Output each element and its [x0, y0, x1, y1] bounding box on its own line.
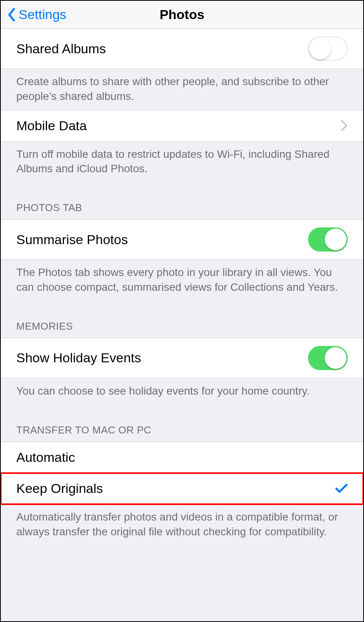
chevron-left-icon	[8, 8, 16, 21]
toggle-show-holiday-events[interactable]	[308, 346, 348, 370]
cell-summarise-photos: Summarise Photos	[1, 219, 363, 260]
toggle-knob	[325, 229, 347, 250]
toggle-shared-albums[interactable]	[308, 37, 348, 61]
chevron-right-icon	[341, 120, 348, 131]
cell-shared-albums: Shared Albums	[1, 29, 363, 69]
keep-originals-label: Keep Originals	[16, 481, 335, 496]
memories-footer: You can choose to see holiday events for…	[1, 378, 363, 405]
back-button[interactable]: Settings	[1, 7, 66, 22]
back-label: Settings	[19, 7, 66, 22]
checkmark-icon	[335, 483, 348, 493]
shared-albums-label: Shared Albums	[16, 41, 308, 56]
group-mobile-data: Mobile Data Turn off mobile data to rest…	[1, 110, 363, 183]
group-memories: MEMORIES Show Holiday Events You can cho…	[1, 301, 363, 405]
cell-keep-originals[interactable]: Keep Originals	[1, 473, 363, 504]
toggle-knob	[309, 38, 331, 59]
navbar: Settings Photos	[1, 1, 363, 29]
show-holiday-events-label: Show Holiday Events	[16, 350, 308, 365]
automatic-label: Automatic	[16, 450, 348, 465]
toggle-knob	[325, 347, 347, 369]
mobile-data-label: Mobile Data	[16, 118, 341, 133]
toggle-summarise-photos[interactable]	[308, 227, 348, 252]
mobile-data-footer: Turn off mobile data to restrict updates…	[1, 142, 363, 183]
transfer-header: TRANSFER TO MAC OR PC	[1, 405, 363, 442]
cell-mobile-data[interactable]: Mobile Data	[1, 110, 363, 142]
group-transfer: TRANSFER TO MAC OR PC Automatic Keep Ori…	[1, 405, 363, 545]
photos-tab-footer: The Photos tab shows every photo in your…	[1, 260, 363, 301]
transfer-footer: Automatically transfer photos and videos…	[1, 504, 363, 545]
cell-show-holiday-events: Show Holiday Events	[1, 338, 363, 378]
cell-automatic[interactable]: Automatic	[1, 442, 363, 473]
group-photos-tab: PHOTOS TAB Summarise Photos The Photos t…	[1, 182, 363, 301]
photos-tab-header: PHOTOS TAB	[1, 182, 363, 219]
shared-albums-footer: Create albums to share with other people…	[1, 69, 363, 110]
group-shared-albums: Shared Albums Create albums to share wit…	[1, 29, 363, 110]
summarise-photos-label: Summarise Photos	[16, 232, 308, 247]
memories-header: MEMORIES	[1, 301, 363, 338]
